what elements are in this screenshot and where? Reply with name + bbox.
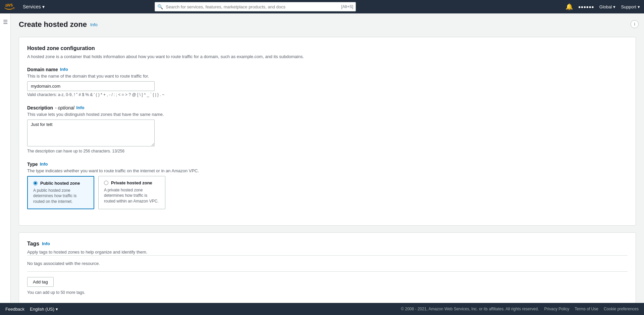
domain-name-hint: This is the name of the domain that you … <box>27 74 628 79</box>
search-icon: 🔍 <box>157 4 163 9</box>
main-content: Create hosted zone Info Hosted zone conf… <box>11 13 644 315</box>
region-label: Global <box>599 4 612 9</box>
feedback-button[interactable]: Feedback <box>5 307 24 312</box>
private-zone-label: Private hosted zone <box>111 180 152 185</box>
nav-right: 🔔 ●●●●●● Global ▾ Support ▾ <box>566 3 640 10</box>
description-label-text: Description <box>27 105 53 110</box>
hosted-zone-config-card: Hosted zone configuration A hosted zone … <box>19 37 636 226</box>
services-menu[interactable]: Services ▾ <box>20 3 47 11</box>
domain-name-input[interactable] <box>27 81 155 91</box>
user-menu[interactable]: ●●●●●● <box>578 4 594 9</box>
language-label: English (US) <box>30 307 54 312</box>
public-zone-option[interactable]: Public hosted zone A public hosted zone … <box>27 176 94 209</box>
page-info-link[interactable]: Info <box>90 22 98 27</box>
public-zone-radio[interactable] <box>33 181 38 185</box>
tags-card: Tags Info Apply tags to hosted zones to … <box>19 232 636 304</box>
privacy-policy-link[interactable]: Privacy Policy <box>544 307 570 311</box>
description-hint: This value lets you distinguish hosted z… <box>27 112 628 117</box>
notifications-icon[interactable]: 🔔 <box>566 3 573 10</box>
no-tags-text: No tags associated with the resource. <box>27 255 628 272</box>
tag-limit-info: You can add up to 50 more tags. <box>27 290 628 295</box>
description-label: Description - optional Info <box>27 105 628 110</box>
add-tag-button[interactable]: Add tag <box>27 277 54 287</box>
sidebar-toggle[interactable]: ☰ <box>2 17 9 27</box>
type-info-link[interactable]: Info <box>40 162 48 167</box>
language-chevron-icon: ▾ <box>56 307 58 312</box>
cookie-preferences-link[interactable]: Cookie preferences <box>604 307 639 311</box>
description-info-link[interactable]: Info <box>76 105 85 110</box>
description-textarea[interactable]: Just for tett <box>27 120 155 146</box>
zone-type-options: Public hosted zone A public hosted zone … <box>27 176 628 209</box>
page-header: Create hosted zone Info <box>19 20 636 29</box>
config-card-title: Hosted zone configuration <box>27 45 628 51</box>
search-shortcut: [Alt+S] <box>341 4 353 9</box>
search-input[interactable] <box>155 2 356 11</box>
tags-title-text: Tags <box>27 241 39 247</box>
services-chevron-icon: ▾ <box>42 4 45 9</box>
support-chevron-icon: ▾ <box>638 4 640 9</box>
domain-name-label-text: Domain name <box>27 67 58 72</box>
private-zone-desc: A private hosted zone determines how tra… <box>104 187 160 204</box>
domain-name-valid-chars: Valid characters: a-z, 0-9, ! " # $ % & … <box>27 92 628 97</box>
public-zone-label: Public hosted zone <box>40 181 80 186</box>
description-section: Description - optional Info This value l… <box>27 105 628 153</box>
private-zone-label-wrap: Private hosted zone <box>104 180 160 185</box>
domain-name-info-link[interactable]: Info <box>60 67 68 72</box>
bottom-bar: Feedback English (US) ▾ © 2008 - 2021, A… <box>0 303 644 315</box>
copyright-text: © 2008 - 2021, Amazon Web Services, Inc.… <box>401 307 539 311</box>
tags-description: Apply tags to hosted zones to help organ… <box>27 249 628 256</box>
aws-logo[interactable] <box>4 3 15 10</box>
sidebar: ☰ <box>0 13 11 315</box>
help-panel-toggle[interactable]: i <box>631 20 639 28</box>
tags-info-link[interactable]: Info <box>42 241 50 246</box>
type-hint: The type indicates whether you want to r… <box>27 168 628 173</box>
type-label: Type Info <box>27 162 628 167</box>
type-section: Type Info The type indicates whether you… <box>27 162 628 209</box>
language-selector[interactable]: English (US) ▾ <box>30 307 58 312</box>
support-menu[interactable]: Support ▾ <box>621 4 640 9</box>
description-optional-text: - optional <box>55 105 74 110</box>
footer-links: Privacy Policy Terms of Use Cookie prefe… <box>544 307 639 311</box>
region-selector[interactable]: Global ▾ <box>599 4 616 9</box>
services-label: Services <box>23 4 41 9</box>
private-zone-option[interactable]: Private hosted zone A private hosted zon… <box>98 176 165 209</box>
domain-name-label: Domain name Info <box>27 67 628 72</box>
search-bar: 🔍 [Alt+S] <box>155 2 356 11</box>
region-chevron-icon: ▾ <box>613 4 615 9</box>
domain-name-section: Domain name Info This is the name of the… <box>27 67 628 97</box>
private-zone-radio[interactable] <box>104 181 108 185</box>
config-card-description: A hosted zone is a container that holds … <box>27 53 628 60</box>
public-zone-desc: A public hosted zone determines how traf… <box>33 188 88 205</box>
type-label-text: Type <box>27 162 38 167</box>
info-icon: i <box>634 22 635 27</box>
top-navigation: Services ▾ 🔍 [Alt+S] 🔔 ●●●●●● Global ▾ S… <box>0 0 644 13</box>
support-label: Support <box>621 4 636 9</box>
public-zone-label-wrap: Public hosted zone <box>33 181 88 186</box>
tags-card-title: Tags Info <box>27 241 628 247</box>
app-layout: ☰ Create hosted zone Info Hosted zone co… <box>0 13 644 315</box>
terms-of-use-link[interactable]: Terms of Use <box>575 307 598 311</box>
description-char-count: The description can have up to 256 chara… <box>27 149 628 153</box>
page-title: Create hosted zone <box>19 20 87 29</box>
